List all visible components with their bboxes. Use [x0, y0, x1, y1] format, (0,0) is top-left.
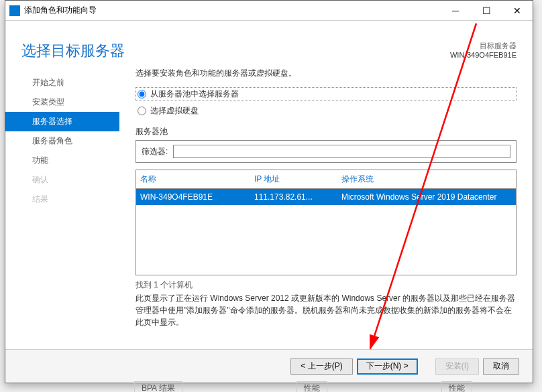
wizard-footer: < 上一步(P) 下一步(N) > 安装(I) 取消: [5, 349, 533, 383]
filter-label: 筛选器:: [142, 146, 168, 157]
filter-input[interactable]: [173, 145, 510, 158]
filter-box: 筛选器:: [136, 140, 517, 163]
nav-results: 结果: [5, 190, 119, 209]
nav-confirmation: 确认: [5, 170, 119, 190]
found-count: 找到 1 个计算机: [136, 279, 517, 291]
window-title: 添加角色和功能向导: [24, 5, 440, 16]
background-tabs: BPA 结果 性能 性能: [0, 381, 542, 392]
tab-bpa[interactable]: BPA 结果: [134, 381, 182, 392]
tab-perf1[interactable]: 性能: [296, 381, 327, 392]
description-text: 此页显示了正在运行 Windows Server 2012 或更新版本的 Win…: [136, 292, 517, 328]
table-row[interactable]: WIN-349O4FEB91E 111.173.82.61... Microso…: [136, 189, 516, 205]
minimize-button[interactable]: ─: [440, 1, 471, 21]
close-button[interactable]: ✕: [502, 1, 533, 21]
main-panel: 选择要安装角色和功能的服务器或虚拟硬盘。 从服务器池中选择服务器 选择虚拟硬盘 …: [119, 68, 517, 328]
nav-features[interactable]: 功能: [5, 151, 119, 170]
nav-server-roles[interactable]: 服务器角色: [5, 131, 119, 151]
server-table: 名称 IP 地址 操作系统 WIN-349O4FEB91E 111.173.82…: [136, 170, 517, 275]
cell-os: Microsoft Windows Server 2019 Datacenter: [337, 189, 516, 205]
wizard-header: 选择目标服务器 目标服务器 WIN-349O4FEB91E: [5, 21, 533, 68]
app-icon: [9, 5, 20, 16]
nav-server-selection[interactable]: 服务器选择: [5, 112, 119, 131]
next-button[interactable]: 下一步(N) >: [357, 358, 418, 375]
install-button: 安装(I): [435, 358, 479, 375]
table-header: 名称 IP 地址 操作系统: [136, 170, 516, 189]
prompt-text: 选择要安装角色和功能的服务器或虚拟硬盘。: [136, 68, 517, 79]
maximize-button[interactable]: ☐: [471, 1, 502, 21]
prev-button[interactable]: < 上一步(P): [290, 358, 352, 375]
server-pool-label: 服务器池: [136, 126, 517, 137]
col-name[interactable]: 名称: [136, 170, 250, 188]
radio-server-pool[interactable]: 从服务器池中选择服务器: [136, 87, 517, 101]
target-info: 目标服务器 WIN-349O4FEB91E: [450, 41, 517, 59]
radio-server-pool-label: 从服务器池中选择服务器: [150, 88, 239, 100]
radio-vhd-label: 选择虚拟硬盘: [150, 105, 199, 117]
col-ip[interactable]: IP 地址: [250, 170, 337, 188]
tab-perf2[interactable]: 性能: [441, 381, 472, 392]
col-os[interactable]: 操作系统: [337, 170, 516, 188]
nav-before-you-begin[interactable]: 开始之前: [5, 73, 119, 92]
radio-vhd[interactable]: 选择虚拟硬盘: [136, 104, 517, 118]
wizard-nav: 开始之前 安装类型 服务器选择 服务器角色 功能 确认 结果: [5, 68, 119, 328]
radio-server-pool-input[interactable]: [138, 90, 146, 99]
titlebar: 添加角色和功能向导 ─ ☐ ✕: [5, 1, 533, 21]
cell-name: WIN-349O4FEB91E: [136, 189, 250, 205]
wizard-window: 添加角色和功能向导 ─ ☐ ✕ 选择目标服务器 目标服务器 WIN-349O4F…: [5, 0, 533, 383]
nav-installation-type[interactable]: 安装类型: [5, 92, 119, 112]
radio-vhd-input[interactable]: [138, 107, 146, 115]
target-label: 目标服务器: [450, 41, 517, 51]
wizard-body: 开始之前 安装类型 服务器选择 服务器角色 功能 确认 结果 选择要安装角色和功…: [5, 68, 533, 328]
cancel-button[interactable]: 取消: [483, 358, 519, 375]
page-title: 选择目标服务器: [21, 41, 125, 61]
cell-ip: 111.173.82.61...: [250, 189, 337, 205]
target-server: WIN-349O4FEB91E: [450, 51, 517, 59]
